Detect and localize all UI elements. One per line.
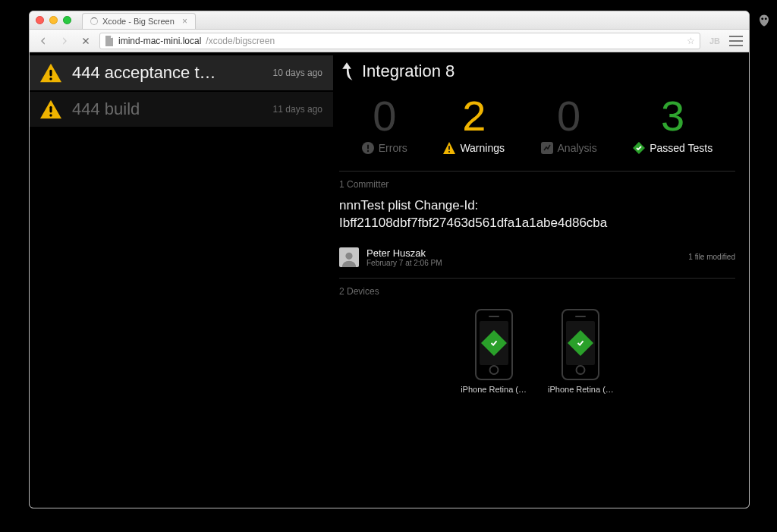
window-titlebar: Xcode - Big Screen × [30,11,749,30]
svg-rect-7 [448,146,450,150]
browser-window: Xcode - Big Screen × imind-mac-mini.loca… [29,11,750,508]
browser-toolbar: imind-mac-mini.local/xcode/bigscreen ☆ J… [30,30,749,52]
hamburger-menu-button[interactable] [729,36,743,46]
svg-point-3 [49,114,52,117]
check-diamond-icon [568,330,593,356]
profile-alien-icon [757,14,771,27]
devices-count: 2 Devices [339,286,735,297]
traffic-lights [36,16,71,24]
integration-detail: Integration 8 0 Errors 2 Warnings [333,52,749,508]
stat-passed: 3 Passed Tests [633,95,713,154]
committers-count: 1 Committer [339,179,735,190]
bot-title: 444 build [72,99,263,119]
warning-icon [443,142,455,154]
browser-tab[interactable]: Xcode - Big Screen × [82,13,196,29]
check-diamond-icon [633,142,645,154]
committer-row: Peter Huszak February 7 at 2:06 PM 1 fil… [339,247,735,267]
stat-label: Errors [362,142,407,154]
stat-warnings: 2 Warnings [443,95,505,154]
files-modified: 1 file modified [688,253,735,261]
svg-point-6 [367,150,369,152]
window-maximize-button[interactable] [63,16,71,24]
svg-point-8 [448,151,450,153]
svg-point-1 [49,77,52,80]
phone-icon [475,309,513,380]
stat-value: 0 [373,95,396,137]
page-icon [105,36,114,46]
stat-value: 3 [661,95,684,137]
stat-label: Passed Tests [633,142,713,154]
svg-rect-0 [49,70,52,77]
url-host: imind-mac-mini.local [118,36,201,46]
stat-value: 2 [462,95,486,137]
profile-badge[interactable]: JB [706,36,723,46]
stat-errors: 0 Errors [362,95,407,154]
window-close-button[interactable] [36,16,44,24]
window-minimize-button[interactable] [49,16,58,24]
device-label: iPhone Retina (… [548,385,614,394]
integration-header: Integration 8 [339,61,735,81]
commit-message: nnnTest plist Change-Id: Ibff21108dbf7fb… [339,197,735,232]
check-diamond-icon [481,330,507,356]
analysis-icon [541,142,553,154]
committer-date: February 7 at 2:06 PM [366,259,442,267]
svg-point-11 [345,253,352,260]
bot-row[interactable]: 444 build 11 days ago [30,92,333,127]
warning-icon [40,63,61,83]
page-content: 444 acceptance t… 10 days ago 444 build … [30,52,749,508]
stat-value: 0 [557,95,580,137]
device-item[interactable]: iPhone Retina (… [548,309,614,394]
url-path: /xcode/bigscreen [206,36,275,46]
committer-name: Peter Huszak [366,247,442,259]
url-bar[interactable]: imind-mac-mini.local/xcode/bigscreen ☆ [99,33,700,49]
forward-button[interactable] [57,33,72,49]
svg-rect-2 [49,106,52,113]
stop-reload-button[interactable] [78,33,93,49]
stats-row: 0 Errors 2 Warnings 0 [339,95,735,154]
error-icon [362,142,374,154]
divider [339,171,735,172]
avatar [339,247,359,267]
stat-label: Warnings [443,142,505,154]
bot-age: 10 days ago [273,68,322,78]
bot-age: 11 days ago [273,104,322,115]
tab-close-icon[interactable]: × [182,16,187,27]
bookmark-star-icon[interactable]: ☆ [687,36,695,46]
divider [339,278,735,279]
tab-strip: Xcode - Big Screen × [82,11,196,29]
integration-title: Integration 8 [362,61,455,81]
svg-rect-5 [367,145,369,150]
bot-list: 444 acceptance t… 10 days ago 444 build … [30,52,333,508]
phone-icon [562,309,599,380]
bot-row[interactable]: 444 acceptance t… 10 days ago [30,55,333,90]
loading-spinner-icon [90,17,98,25]
integrate-arrow-icon [339,62,354,80]
tab-title: Xcode - Big Screen [102,17,175,26]
bot-title: 444 acceptance t… [72,63,263,83]
stat-analysis: 0 Analysis [541,95,597,154]
back-button[interactable] [36,33,51,49]
devices-row: iPhone Retina (… iPhone Retina (… [339,309,735,394]
device-label: iPhone Retina (… [461,385,527,394]
stat-label: Analysis [541,142,597,154]
device-item[interactable]: iPhone Retina (… [461,309,527,394]
warning-icon [40,99,61,119]
